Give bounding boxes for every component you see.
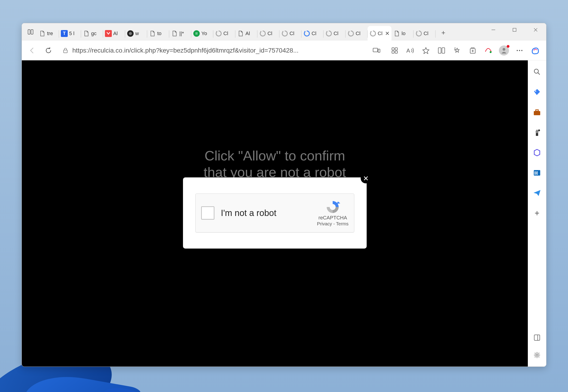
recaptcha-logo-icon xyxy=(325,200,341,214)
svg-rect-20 xyxy=(392,51,394,53)
browser-tab[interactable]: Cl xyxy=(257,26,279,41)
page-heading: Click "Allow" to confirm that you are no… xyxy=(204,148,346,181)
split-screen-icon[interactable] xyxy=(435,44,448,57)
minimize-button[interactable] xyxy=(483,23,504,37)
svg-rect-17 xyxy=(378,49,380,52)
tab-actions-button[interactable] xyxy=(24,26,37,38)
tab-favicon xyxy=(415,30,422,37)
sidebar-games-icon[interactable] xyxy=(532,127,542,138)
svg-rect-48 xyxy=(534,335,540,340)
browser-tab[interactable]: to xyxy=(147,26,169,41)
tab-favicon xyxy=(39,30,46,37)
recaptcha-links: Privacy - Terms xyxy=(317,221,349,226)
sidebar-search-icon[interactable] xyxy=(532,67,542,77)
tab-label: Cl xyxy=(424,30,434,37)
tab-favicon xyxy=(149,30,156,37)
sidebar-panel-toggle-icon[interactable] xyxy=(532,333,542,343)
svg-line-39 xyxy=(538,73,540,75)
maximize-button[interactable] xyxy=(504,23,525,37)
tab-label: Cl xyxy=(268,30,278,37)
captcha-close-button[interactable]: ✕ xyxy=(361,173,371,183)
sidebar-shopping-icon[interactable] xyxy=(532,87,542,97)
sidebar-tools-icon[interactable] xyxy=(532,107,542,117)
device-sync-icon[interactable] xyxy=(373,47,380,54)
tab-label: gc xyxy=(91,30,101,37)
sidebar-m365-icon[interactable] xyxy=(532,148,542,158)
heading-line-1: Click "Allow" to confirm xyxy=(204,148,346,164)
address-bar[interactable]: https://reculcia.co.in/click.php?key=bez… xyxy=(58,44,384,57)
browser-tab[interactable]: Cl xyxy=(279,26,301,41)
browser-tab[interactable]: lo xyxy=(391,26,413,41)
svg-point-38 xyxy=(534,69,538,73)
tab-favicon xyxy=(259,30,266,37)
tab-label: Cl xyxy=(334,30,344,37)
browser-tab[interactable]: ||* xyxy=(169,26,191,41)
browser-tab[interactable]: T5 l xyxy=(59,26,81,41)
svg-marker-37 xyxy=(337,201,340,204)
svg-rect-41 xyxy=(534,111,540,115)
tab-favicon xyxy=(325,30,332,37)
svg-rect-43 xyxy=(536,133,538,136)
page-viewport: Click "Allow" to confirm that you are no… xyxy=(22,60,528,366)
tab-favicon xyxy=(369,30,376,37)
tab-label: Al xyxy=(245,30,256,37)
back-button[interactable] xyxy=(26,44,39,57)
sidebar-add-icon[interactable]: + xyxy=(532,208,542,218)
tab-favicon xyxy=(303,30,310,37)
more-menu-icon[interactable] xyxy=(513,44,526,57)
profile-avatar[interactable] xyxy=(497,44,511,57)
recaptcha-brand-text: reCAPTCHA xyxy=(318,215,347,221)
svg-point-36 xyxy=(521,50,523,51)
refresh-button[interactable] xyxy=(42,44,55,57)
tab-label: tre xyxy=(47,30,57,37)
svg-rect-4 xyxy=(28,30,30,34)
tab-favicon xyxy=(281,30,288,37)
tab-favicon: T xyxy=(61,30,68,37)
tab-label: to xyxy=(157,30,167,37)
browser-tab[interactable]: w xyxy=(125,26,147,41)
apps-icon[interactable] xyxy=(388,44,401,57)
svg-rect-23 xyxy=(438,48,441,53)
tab-label: Cl xyxy=(312,30,322,37)
browser-tab[interactable]: Al xyxy=(235,26,257,41)
sidebar-outlook-icon[interactable] xyxy=(532,168,542,178)
recaptcha-terms-link[interactable]: Terms xyxy=(336,221,349,226)
site-info-icon[interactable] xyxy=(62,47,69,54)
copilot-icon[interactable] xyxy=(528,44,542,57)
new-tab-button[interactable]: + xyxy=(437,26,450,39)
edge-sidebar: + xyxy=(528,60,546,366)
favorite-icon[interactable] xyxy=(419,44,433,57)
browser-tab[interactable]: Cl xyxy=(301,26,324,41)
browser-tab[interactable]: Al xyxy=(103,26,125,41)
toolbar: https://reculcia.co.in/click.php?key=bez… xyxy=(22,41,546,60)
url-text: https://reculcia.co.in/click.php?key=bez… xyxy=(72,47,369,54)
sidebar-settings-icon[interactable] xyxy=(532,350,542,360)
browser-tab[interactable]: tre xyxy=(37,26,59,41)
performance-icon[interactable] xyxy=(482,44,495,57)
tab-close-button[interactable]: ✕ xyxy=(384,30,391,37)
recaptcha-privacy-link[interactable]: Privacy xyxy=(317,221,332,226)
svg-rect-1 xyxy=(513,28,516,31)
svg-point-34 xyxy=(517,50,518,51)
browser-tab[interactable]: Cl xyxy=(213,26,235,41)
tab-label: Cl xyxy=(356,30,366,37)
recaptcha-widget: I'm not a robot reCAPTCHA Privacy - Term… xyxy=(195,194,354,233)
content-area: Click "Allow" to confirm that you are no… xyxy=(22,60,546,366)
recaptcha-checkbox[interactable] xyxy=(201,206,214,220)
browser-tab[interactable]: gc xyxy=(81,26,103,41)
read-aloud-icon[interactable]: A xyxy=(403,44,417,57)
browser-tab[interactable]: !!Yo xyxy=(191,26,213,41)
close-window-button[interactable] xyxy=(525,23,546,37)
browser-window: treT5 lgcAlwto||*!!YoClAlClClClClClCli✕l… xyxy=(22,23,546,367)
favorites-bar-icon[interactable] xyxy=(450,44,464,57)
browser-tab[interactable]: Cli✕ xyxy=(368,26,391,41)
tab-label: Cli xyxy=(378,30,383,37)
browser-tab[interactable]: Cl xyxy=(413,26,436,41)
svg-rect-19 xyxy=(395,48,398,50)
browser-tab[interactable]: Cl xyxy=(324,26,345,41)
browser-tab[interactable]: Cl xyxy=(345,26,368,41)
svg-rect-5 xyxy=(31,30,33,34)
tab-label: Cl xyxy=(289,30,300,37)
sidebar-send-icon[interactable] xyxy=(532,188,542,198)
collections-icon[interactable] xyxy=(466,44,480,57)
